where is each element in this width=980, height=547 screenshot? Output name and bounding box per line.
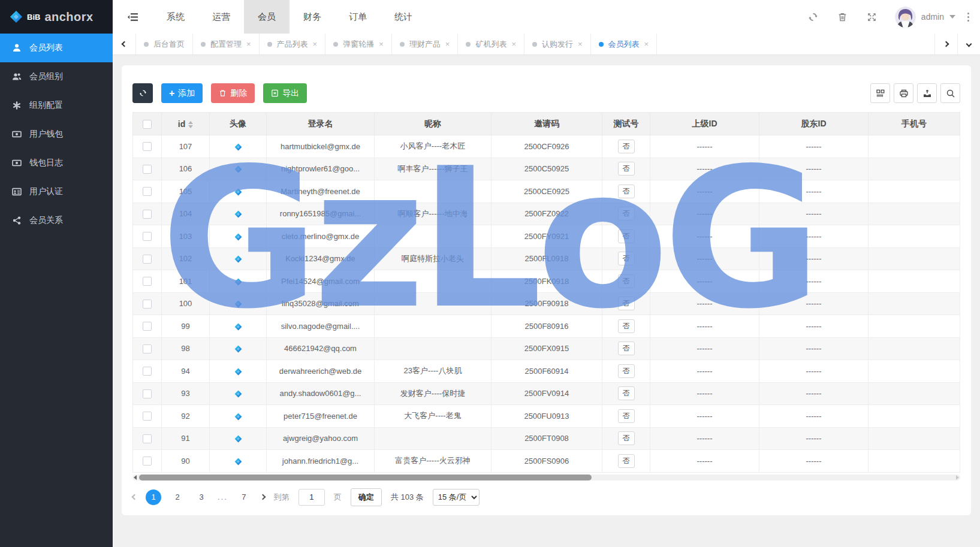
test-flag-badge[interactable]: 否 (618, 140, 635, 153)
confirm-button[interactable]: 确定 (351, 488, 382, 506)
tab-close-icon[interactable]: × (379, 40, 384, 49)
row-checkbox[interactable] (143, 232, 152, 241)
sort-icon[interactable] (188, 121, 193, 128)
test-flag-badge[interactable]: 否 (618, 319, 635, 333)
row-checkbox[interactable] (143, 367, 152, 376)
tab-close-icon[interactable]: × (313, 40, 318, 49)
test-flag-badge[interactable]: 否 (618, 274, 635, 288)
user-menu[interactable]: admin (895, 7, 955, 28)
nav-item-4[interactable]: 财务 (290, 0, 335, 34)
tab-3[interactable]: 产品列表× (260, 34, 326, 55)
scroll-right-arrow-icon[interactable] (956, 475, 959, 480)
row-checkbox[interactable] (143, 300, 152, 309)
sort-desc-icon[interactable] (188, 125, 193, 128)
tab-close-icon[interactable]: × (445, 40, 450, 49)
tabs-scroll-left-icon[interactable] (113, 34, 135, 55)
row-checkbox[interactable] (143, 389, 152, 398)
sidebar-item-6[interactable]: 用户认证 (0, 177, 113, 206)
page-number-1[interactable]: 1 (146, 489, 161, 505)
test-flag-badge[interactable]: 否 (618, 297, 635, 310)
row-checkbox[interactable] (143, 322, 152, 331)
fullscreen-icon[interactable] (857, 12, 886, 22)
row-checkbox[interactable] (143, 434, 152, 443)
column-header-登录名[interactable]: 登录名 (267, 113, 375, 135)
column-header-邀请码[interactable]: 邀请码 (491, 113, 602, 135)
page-number-3[interactable]: 3 (194, 489, 209, 505)
row-checkbox[interactable] (143, 457, 152, 466)
sort-asc-icon[interactable] (188, 121, 193, 124)
column-header-头像[interactable]: 头像 (210, 113, 267, 135)
test-flag-badge[interactable]: 否 (618, 229, 635, 243)
tab-4[interactable]: 弹窗轮播× (325, 34, 392, 55)
column-header-测试号[interactable]: 测试号 (602, 113, 650, 135)
nav-item-3[interactable]: 会员 (244, 0, 290, 34)
column-header-id[interactable]: id (162, 113, 210, 135)
tab-7[interactable]: 认购发行× (524, 34, 591, 55)
next-page-icon[interactable] (261, 495, 265, 499)
prev-page-icon[interactable] (132, 495, 137, 499)
horizontal-scrollbar[interactable] (132, 475, 960, 480)
nav-item-2[interactable]: 运营 (198, 0, 244, 34)
row-checkbox[interactable] (143, 165, 152, 174)
page-number-2[interactable]: 2 (170, 489, 185, 505)
row-checkbox[interactable] (143, 344, 152, 353)
tabs-menu-icon[interactable] (957, 34, 980, 55)
tab-close-icon[interactable]: × (511, 40, 516, 49)
test-flag-badge[interactable]: 否 (618, 431, 635, 445)
sidebar-item-5[interactable]: 钱包日志 (0, 149, 113, 177)
test-flag-badge[interactable]: 否 (618, 342, 635, 355)
row-checkbox[interactable] (143, 412, 152, 421)
scrollbar-thumb[interactable] (139, 475, 592, 480)
nav-item-5[interactable]: 订单 (335, 0, 381, 34)
test-flag-badge[interactable]: 否 (618, 252, 635, 265)
columns-toggle-icon[interactable] (870, 83, 890, 103)
refresh-table-button[interactable] (132, 83, 153, 103)
row-checkbox[interactable] (143, 142, 152, 151)
page-number-7[interactable]: 7 (236, 489, 252, 505)
test-flag-badge[interactable]: 否 (618, 386, 635, 400)
test-flag-badge[interactable]: 否 (618, 185, 635, 198)
row-checkbox[interactable] (143, 187, 152, 196)
row-checkbox[interactable] (143, 255, 152, 264)
test-flag-badge[interactable]: 否 (618, 409, 635, 423)
export-button[interactable]: 导出 (263, 83, 307, 103)
add-button[interactable]: + 添加 (161, 83, 203, 103)
sidebar-item-2[interactable]: 会员组别 (0, 62, 113, 91)
sidebar-item-4[interactable]: 用户钱包 (0, 120, 113, 149)
select-all-checkbox[interactable] (143, 120, 152, 129)
column-header-上级ID[interactable]: 上级ID (650, 113, 759, 135)
scroll-left-arrow-icon[interactable] (134, 475, 137, 480)
print-icon[interactable] (894, 83, 913, 103)
tab-1[interactable]: 后台首页 (135, 34, 193, 55)
trash-icon[interactable] (828, 12, 857, 22)
tab-5[interactable]: 理财产品× (392, 34, 459, 55)
column-header-股东ID[interactable]: 股东ID (759, 113, 869, 135)
tabs-scroll-right-icon[interactable] (934, 34, 957, 55)
tab-2[interactable]: 配置管理× (193, 34, 260, 55)
kebab-menu-icon[interactable] (967, 13, 969, 22)
tab-6[interactable]: 矿机列表× (458, 34, 524, 55)
column-header-昵称[interactable]: 昵称 (375, 113, 491, 135)
test-flag-badge[interactable]: 否 (618, 364, 635, 378)
page-size-select[interactable]: 15 条/页 (433, 489, 480, 506)
refresh-icon[interactable] (798, 12, 828, 22)
goto-page-input[interactable] (298, 489, 325, 506)
sidebar-toggle-icon[interactable] (113, 0, 153, 34)
sidebar-item-3[interactable]: 组别配置 (0, 91, 113, 120)
export-data-icon[interactable] (917, 83, 937, 103)
nav-item-1[interactable]: 系统 (153, 0, 198, 34)
column-header-手机号[interactable]: 手机号 (869, 113, 960, 135)
tab-close-icon[interactable]: × (644, 40, 649, 49)
row-checkbox[interactable] (143, 210, 152, 219)
test-flag-badge[interactable]: 否 (618, 454, 635, 468)
test-flag-badge[interactable]: 否 (618, 162, 635, 176)
search-icon[interactable] (940, 83, 960, 103)
row-checkbox[interactable] (143, 277, 152, 286)
delete-button[interactable]: 删除 (211, 83, 255, 103)
sidebar-item-7[interactable]: 会员关系 (0, 206, 113, 235)
tab-close-icon[interactable]: × (246, 40, 251, 49)
tab-close-icon[interactable]: × (578, 40, 583, 49)
sidebar-item-1[interactable]: 会员列表 (0, 34, 113, 62)
tab-8[interactable]: 会员列表× (591, 34, 658, 55)
nav-item-6[interactable]: 统计 (381, 0, 426, 34)
